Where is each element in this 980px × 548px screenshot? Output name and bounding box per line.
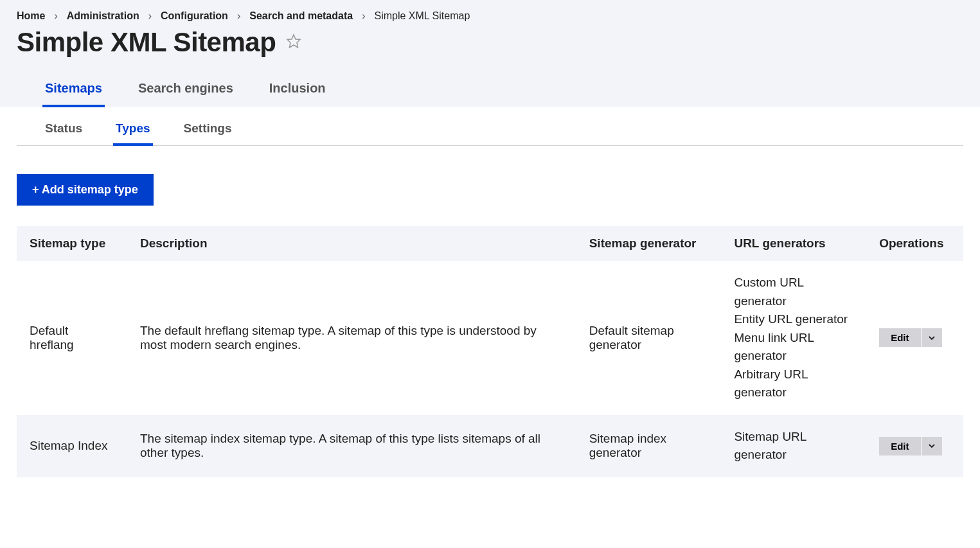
breadcrumb: Home › Administration › Configuration › …	[17, 6, 963, 22]
col-header-type: Sitemap type	[17, 226, 127, 261]
breadcrumb-administration[interactable]: Administration	[67, 10, 139, 22]
tab-search-engines[interactable]: Search engines	[136, 76, 236, 107]
star-icon[interactable]	[286, 33, 301, 51]
subtab-types[interactable]: Types	[113, 119, 153, 146]
cell-generator: Default sitemap generator	[576, 261, 722, 415]
subtab-settings[interactable]: Settings	[181, 119, 235, 146]
add-sitemap-type-button[interactable]: + Add sitemap type	[17, 174, 154, 206]
breadcrumb-configuration[interactable]: Configuration	[161, 10, 228, 22]
col-header-description: Description	[127, 226, 576, 261]
col-header-generator: Sitemap generator	[576, 226, 722, 261]
operations-dropdown-button[interactable]	[921, 328, 942, 347]
chevron-down-icon	[928, 442, 936, 450]
subtab-status[interactable]: Status	[42, 119, 85, 146]
chevron-right-icon: ›	[148, 10, 152, 22]
cell-url-generators: Sitemap URL generator	[721, 415, 866, 477]
sitemap-types-table: Sitemap type Description Sitemap generat…	[17, 226, 963, 477]
breadcrumb-current: Simple XML Sitemap	[374, 10, 470, 22]
cell-description: The default hreflang sitemap type. A sit…	[127, 261, 576, 415]
breadcrumb-search-metadata[interactable]: Search and metadata	[249, 10, 353, 22]
cell-operations: Edit	[866, 261, 963, 415]
chevron-right-icon: ›	[237, 10, 240, 22]
chevron-right-icon: ›	[362, 10, 365, 22]
chevron-right-icon: ›	[54, 10, 57, 22]
chevron-down-icon	[928, 334, 936, 342]
cell-type: Default hreflang	[17, 261, 127, 415]
breadcrumb-home[interactable]: Home	[17, 10, 45, 22]
primary-tabs: Sitemaps Search engines Inclusion	[17, 76, 963, 107]
tab-sitemaps[interactable]: Sitemaps	[42, 76, 105, 107]
edit-button[interactable]: Edit	[879, 437, 920, 455]
cell-operations: Edit	[866, 415, 963, 477]
col-header-url-generators: URL generators	[721, 226, 866, 261]
col-header-operations: Operations	[866, 226, 963, 261]
edit-button[interactable]: Edit	[879, 328, 920, 347]
operations-dropdown-button[interactable]	[921, 437, 942, 455]
cell-description: The sitemap index sitemap type. A sitema…	[127, 415, 576, 477]
svg-marker-0	[287, 35, 300, 48]
table-row: Sitemap Index The sitemap index sitemap …	[17, 415, 963, 477]
cell-url-generators: Custom URL generator Entity URL generato…	[721, 261, 866, 415]
page-title: Simple XML Sitemap	[17, 27, 276, 58]
secondary-tabs: Status Types Settings	[17, 107, 963, 146]
table-row: Default hreflang The default hreflang si…	[17, 261, 963, 415]
tab-inclusion[interactable]: Inclusion	[267, 76, 328, 107]
cell-type: Sitemap Index	[17, 415, 127, 477]
cell-generator: Sitemap index generator	[576, 415, 722, 477]
